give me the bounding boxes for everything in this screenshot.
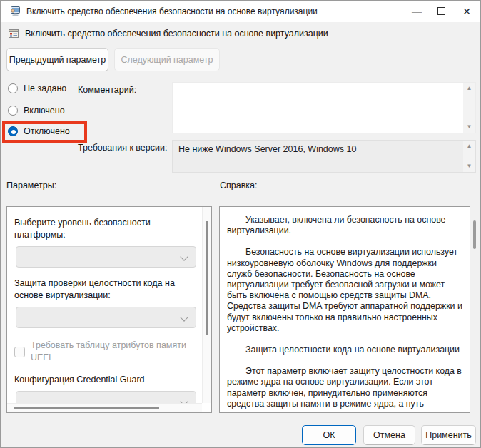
chevron-down-icon: [180, 253, 188, 260]
help-vertical-scrollbar[interactable]: [473, 220, 476, 249]
radio-disabled[interactable]: Отключено: [8, 126, 70, 136]
help-paragraph: Защита целостности кода на основе виртуа…: [227, 345, 462, 355]
radio-selected-icon: [8, 126, 18, 136]
comment-scrollbar[interactable]: ▲ ▼: [463, 83, 475, 133]
supported-on-value: Не ниже Windows Server 2016, Windows 10: [173, 141, 463, 172]
comment-value: [173, 83, 463, 133]
policy-setting-dialog: Включить средство обеспечения безопаснос…: [0, 0, 481, 448]
supported-on-box: Не ниже Windows Server 2016, Windows 10 …: [172, 140, 476, 173]
apply-button[interactable]: Применить: [421, 425, 476, 445]
scroll-down-icon[interactable]: ▼: [463, 122, 475, 132]
radio-label: Не задано: [24, 83, 66, 93]
close-button[interactable]: ✕: [455, 1, 479, 22]
uefi-memory-attributes-label: Требовать таблицу атрибутов памяти UEFI: [31, 340, 194, 364]
platform-security-level-label: Выберите уровень безопасности платформы:: [14, 217, 194, 241]
maximize-icon: [437, 7, 445, 15]
policy-setting-icon: [8, 28, 19, 39]
help-paragraph: Указывает, включена ли безопасность на о…: [227, 215, 462, 236]
scrollbar-thumb[interactable]: [14, 407, 159, 409]
radio-enabled[interactable]: Включено: [8, 106, 65, 116]
policy-header: Включить средство обеспечения безопаснос…: [1, 22, 480, 44]
chevron-down-icon: [180, 313, 188, 321]
maximize-button[interactable]: [429, 1, 453, 22]
help-section-label: Справка:: [220, 180, 258, 190]
policy-name: Включить средство обеспечения безопаснос…: [25, 29, 328, 39]
previous-setting-button[interactable]: Предыдущий параметр: [6, 48, 108, 71]
group-policy-window-icon: [9, 6, 21, 17]
scroll-up-icon[interactable]: ▲: [463, 141, 475, 151]
comment-textarea[interactable]: ▲ ▼: [172, 82, 476, 133]
ok-button[interactable]: ОК: [302, 425, 356, 445]
scrollbar-thumb[interactable]: [206, 221, 208, 335]
radio-not-configured[interactable]: Не задано: [8, 83, 66, 93]
next-setting-button[interactable]: Следующий параметр: [114, 48, 220, 71]
vbs-code-integrity-label: Защита проверки целостности кода на осно…: [14, 278, 194, 302]
scroll-down-icon[interactable]: ▼: [463, 161, 475, 171]
cancel-button[interactable]: Отмена: [363, 425, 415, 445]
minimize-icon: —: [412, 6, 422, 17]
options-horizontal-scrollbar[interactable]: [7, 403, 202, 412]
options-vertical-scrollbar[interactable]: [202, 207, 211, 403]
window-title: Включить средство обеспечения безопаснос…: [26, 1, 318, 22]
comment-label: Комментарий:: [78, 85, 136, 95]
vbs-code-integrity-dropdown[interactable]: [16, 307, 196, 328]
platform-security-level-dropdown[interactable]: [16, 246, 196, 268]
minimize-button[interactable]: —: [405, 1, 429, 22]
radio-icon: [8, 106, 18, 116]
options-panel: Выберите уровень безопасности платформы:…: [6, 206, 212, 413]
radio-label: Включено: [24, 106, 65, 116]
help-paragraph: Безопасность на основе виртуализации исп…: [227, 247, 462, 334]
radio-label: Отключено: [24, 126, 70, 136]
supported-on-label: Требования к версии:: [78, 143, 167, 153]
close-icon: ✕: [462, 6, 471, 17]
checkbox-icon: [14, 347, 25, 357]
radio-icon: [8, 83, 18, 93]
help-panel: Указывает, включена ли безопасность на о…: [219, 206, 470, 413]
help-paragraph: Этот параметр включает защиту целостност…: [227, 366, 462, 413]
highlight-rectangle: Отключено: [2, 121, 87, 143]
title-bar: Включить средство обеспечения безопаснос…: [1, 1, 480, 22]
uefi-memory-attributes-checkbox-row[interactable]: Требовать таблицу атрибутов памяти UEFI: [14, 340, 194, 364]
options-section-label: Параметры:: [6, 180, 56, 190]
credential-guard-label: Конфигурация Credential Guard: [14, 374, 194, 386]
scroll-up-icon[interactable]: ▲: [463, 83, 475, 93]
supported-scrollbar[interactable]: ▲ ▼: [463, 141, 475, 172]
